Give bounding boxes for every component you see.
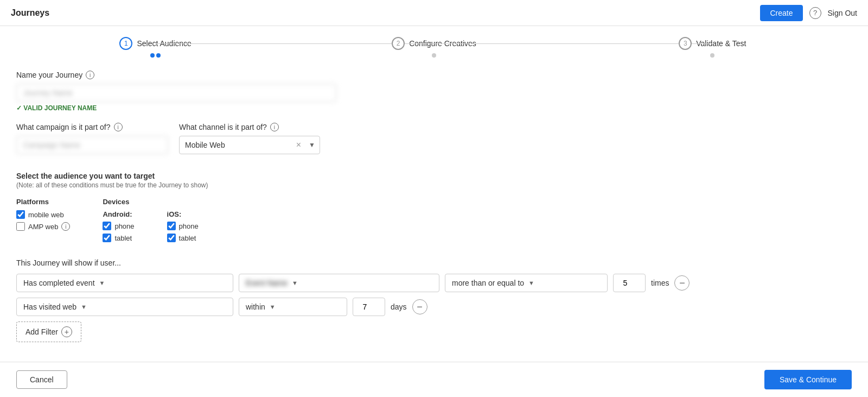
campaign-input[interactable] (16, 136, 168, 154)
filter2-operator-arrow-icon: ▼ (270, 304, 276, 310)
filter2-condition-dropdown[interactable]: Has visited web ▼ (16, 298, 233, 316)
filter1-operator-arrow-icon: ▼ (528, 280, 534, 286)
devices-label: Devices (103, 198, 198, 206)
channel-label: What channel is it part of? i (179, 123, 320, 131)
step-3: 3 Validate & Test (573, 37, 852, 58)
ios-tablet-checkbox[interactable] (167, 234, 176, 242)
platforms-devices: Platforms mobile web AMP web i Devices (16, 198, 852, 245)
add-filter-plus-icon: + (61, 326, 72, 337)
filter1-count-input[interactable] (613, 274, 646, 292)
ios-phone-label: phone (179, 222, 199, 230)
filter2-operator-dropdown[interactable]: within ▼ (239, 298, 347, 316)
step-2-circle: 2 (392, 37, 405, 50)
journey-name-section: Name your Journey i ✓ VALID JOURNEY NAME (16, 71, 852, 112)
main-content: Name your Journey i ✓ VALID JOURNEY NAME… (0, 58, 868, 355)
campaign-info-icon[interactable]: i (114, 123, 123, 131)
footer: Cancel Save & Continue (0, 362, 868, 397)
android-tablet-checkbox[interactable] (103, 234, 111, 242)
create-button[interactable]: Create (760, 5, 802, 21)
save-continue-button[interactable]: Save & Continue (764, 370, 852, 389)
android-tablet-row: tablet (103, 234, 134, 242)
ios-tablet-row: tablet (167, 234, 199, 242)
amp-web-row: AMP web i (16, 222, 70, 231)
channel-arrow-icon[interactable]: ▼ (304, 141, 320, 149)
add-filter-label: Add Filter (25, 327, 58, 336)
step-2: 2 Configure Creatives (295, 37, 573, 58)
amp-web-info-icon[interactable]: i (61, 222, 70, 231)
mobile-web-checkbox[interactable] (16, 210, 25, 219)
filter2-count-input[interactable] (353, 298, 385, 316)
ios-tablet-label: tablet (179, 234, 196, 242)
app-title: Journeys (11, 8, 49, 18)
filter1-operator-text: more than or equal to (452, 279, 524, 287)
cancel-button[interactable]: Cancel (16, 370, 67, 389)
add-filter-button[interactable]: Add Filter + (16, 322, 81, 342)
campaign-channel-row: What campaign is it part of? i What chan… (16, 123, 852, 154)
campaign-label: What campaign is it part of? i (16, 123, 168, 131)
filter1-operator-dropdown[interactable]: more than or equal to ▼ (445, 274, 608, 292)
dot (156, 53, 161, 58)
android-label: Android: (103, 210, 134, 218)
android-phone-checkbox[interactable] (103, 222, 111, 230)
filter1-event-dropdown[interactable]: Event Name ▼ (239, 274, 439, 292)
steps-bar: 1 Select Audience 2 Configure Creatives … (0, 26, 868, 58)
ios-group: iOS: phone tablet (167, 210, 199, 245)
filter-row-1: Has completed event ▼ Event Name ▼ more … (16, 274, 852, 292)
journey-name-info-icon[interactable]: i (86, 71, 94, 79)
dot (432, 53, 436, 58)
devices-platforms: Android: phone tablet iOS: (103, 210, 198, 245)
audience-title: Select the audience you want to target (16, 172, 852, 180)
platforms-label: Platforms (16, 198, 70, 206)
filter2-operator-text: within (246, 303, 265, 311)
filter1-condition-text: Has completed event (23, 279, 95, 287)
filter1-event-arrow-icon: ▼ (292, 280, 298, 286)
filter-row-2: Has visited web ▼ within ▼ days − (16, 298, 852, 316)
channel-value: Mobile Web (180, 136, 293, 154)
dot (710, 53, 714, 58)
filter1-event-text: Event Name (246, 279, 288, 287)
filter2-unit-label: days (391, 303, 407, 311)
filter1-remove-button[interactable]: − (674, 275, 690, 291)
journey-name-label: Name your Journey i (16, 71, 852, 79)
filter2-condition-arrow-icon: ▼ (81, 304, 87, 310)
amp-web-checkbox[interactable] (16, 222, 25, 231)
sign-out-button[interactable]: Sign Out (828, 9, 857, 17)
filter1-condition-arrow-icon: ▼ (99, 280, 105, 286)
top-nav: Journeys Create ? Sign Out (0, 0, 868, 26)
step-1: 1 Select Audience (16, 37, 295, 58)
channel-clear-icon[interactable]: × (293, 140, 304, 150)
ios-phone-row: phone (167, 222, 199, 230)
platforms-group: Platforms mobile web AMP web i (16, 198, 70, 234)
help-icon[interactable]: ? (809, 7, 821, 19)
android-group: Android: phone tablet (103, 210, 134, 245)
channel-info-icon[interactable]: i (270, 123, 279, 131)
android-phone-row: phone (103, 222, 134, 230)
step-3-circle: 3 (679, 37, 692, 50)
devices-group: Devices Android: phone tablet (103, 198, 198, 245)
campaign-section: What campaign is it part of? i (16, 123, 168, 154)
journey-name-input[interactable] (16, 84, 336, 102)
filter2-condition-text: Has visited web (23, 303, 76, 311)
amp-web-label: AMP web (28, 223, 58, 231)
mobile-web-label: mobile web (28, 211, 64, 219)
nav-actions: Create ? Sign Out (760, 5, 857, 21)
android-phone-label: phone (114, 222, 134, 230)
ios-phone-checkbox[interactable] (167, 222, 176, 230)
audience-section: Select the audience you want to target (… (16, 172, 852, 342)
step-2-dots (432, 53, 436, 58)
channel-select[interactable]: Mobile Web × ▼ (179, 136, 320, 154)
filter1-condition-dropdown[interactable]: Has completed event ▼ (16, 274, 233, 292)
journey-show-label: This Journey will show if user... (16, 259, 852, 267)
android-tablet-label: tablet (114, 234, 132, 242)
ios-label: iOS: (167, 210, 199, 218)
filter1-unit-label: times (651, 279, 669, 287)
step-1-dots (150, 53, 161, 58)
channel-section: What channel is it part of? i Mobile Web… (179, 123, 320, 154)
dot (150, 53, 155, 58)
step-1-circle: 1 (119, 37, 132, 50)
valid-journey-msg: ✓ VALID JOURNEY NAME (16, 104, 852, 112)
audience-note: (Note: all of these conditions must be t… (16, 181, 852, 189)
step-3-dots (710, 53, 714, 58)
mobile-web-row: mobile web (16, 210, 70, 219)
filter2-remove-button[interactable]: − (412, 299, 427, 314)
